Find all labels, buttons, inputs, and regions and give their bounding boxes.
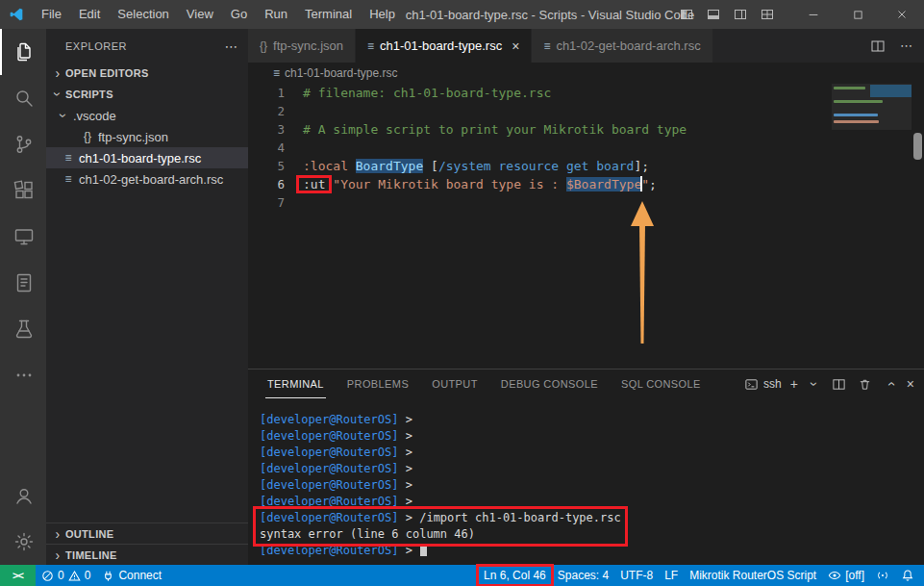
code-line-6[interactable]: 6:ut "Your Mikrotik board type is : $Boa… [248, 175, 828, 193]
terminal-prompt-separator: > [399, 446, 420, 459]
tree-item-label: ftp-sync.json [98, 130, 168, 144]
menu-help[interactable]: Help [361, 0, 404, 29]
panel-tab-debug-console[interactable]: DEBUG CONSOLE [499, 369, 600, 398]
sidebar-title: EXPLORER [65, 40, 127, 52]
minimize-button[interactable] [791, 0, 836, 29]
activity-source-control[interactable] [0, 121, 46, 167]
bell-icon [901, 569, 914, 582]
chevron-down-icon: › [56, 108, 71, 123]
terminal-prompt: [developer@RouterOS] [260, 511, 399, 524]
close-window-button[interactable] [880, 0, 924, 29]
line-number: 4 [248, 139, 285, 157]
panel-tab-output[interactable]: OUTPUT [430, 369, 480, 398]
status-connect[interactable]: Connect [96, 565, 167, 586]
activity-account[interactable] [0, 472, 46, 519]
menu-go[interactable]: Go [222, 0, 256, 29]
activity-testing[interactable] [0, 306, 46, 352]
new-terminal-icon[interactable]: + [790, 377, 798, 391]
code-editor[interactable]: 1# filename: ch1-01-board-type.rsc23# A … [248, 84, 828, 212]
outline-header[interactable]: › OUTLINE [46, 522, 248, 544]
line-number: 6 [248, 175, 285, 193]
open-editors-label: OPEN EDITORS [65, 67, 149, 79]
menu-edit[interactable]: Edit [70, 0, 109, 29]
customize-layout-icon[interactable] [759, 6, 776, 23]
terminal-line: [developer@RouterOS] > /import ch1-01-bo… [260, 510, 621, 526]
maximize-button[interactable] [836, 0, 880, 29]
terminal-prompt-separator: > [399, 511, 420, 524]
status-language[interactable]: Mikrotik RouterOS Script [684, 565, 822, 586]
activity-more[interactable] [0, 352, 46, 398]
status-broadcast[interactable] [870, 565, 895, 586]
editor-scrollbar[interactable] [913, 133, 922, 160]
close-panel-icon[interactable]: × [907, 377, 914, 391]
minimap-line [834, 120, 879, 123]
panel-tab-sql-console[interactable]: SQL CONSOLE [619, 369, 703, 398]
split-editor-icon[interactable] [869, 38, 887, 55]
toggle-secondary-sidebar-icon[interactable] [732, 6, 749, 23]
activity-extensions[interactable] [0, 167, 46, 214]
kill-terminal-icon[interactable] [857, 375, 874, 393]
tree-item-vscode[interactable]: ›.vscode [46, 105, 248, 126]
code-line-4[interactable]: 4 [248, 139, 828, 157]
status-encoding[interactable]: UTF-8 [614, 565, 659, 586]
status-eol[interactable]: LF [659, 565, 684, 586]
activity-search[interactable] [0, 75, 46, 121]
tab-label: ftp-sync.json [273, 38, 343, 53]
editor-tab-bar: {}ftp-sync.json≡ch1-01-board-type.rsc×≡c… [248, 29, 924, 63]
tab-ch1-01-board-type-rsc[interactable]: ≡ch1-01-board-type.rsc× [356, 29, 532, 63]
panel-tab-problems[interactable]: PROBLEMS [345, 369, 411, 398]
code-line-1[interactable]: 1# filename: ch1-01-board-type.rsc [248, 84, 828, 102]
code-line-3[interactable]: 3# A simple script to print your Mikroti… [248, 120, 828, 139]
menu-file[interactable]: File [33, 0, 70, 29]
terminal-line: [developer@RouterOS] > [260, 494, 419, 510]
menu-terminal[interactable]: Terminal [296, 0, 361, 29]
code-line-7[interactable]: 7 [248, 193, 828, 212]
status-line-col[interactable]: Ln 6, Col 46 [478, 565, 552, 586]
activity-explorer[interactable] [0, 29, 46, 75]
close-icon[interactable]: × [512, 38, 519, 54]
activity-notebook[interactable] [0, 260, 46, 306]
tree-item-ftp-sync-json[interactable]: {}ftp-sync.json [46, 126, 248, 147]
views-more-actions-icon[interactable]: ⋯ [225, 38, 239, 54]
activity-settings[interactable] [0, 519, 46, 565]
panel-tab-terminal[interactable]: TERMINAL [265, 369, 326, 398]
code-line-2[interactable]: 2 [248, 102, 828, 120]
status-problems[interactable]: 0 0 [36, 565, 96, 586]
code-token: ; [649, 177, 657, 191]
minimap[interactable] [832, 84, 912, 247]
toggle-panel-icon[interactable] [705, 6, 722, 23]
file-icon: ≡ [367, 39, 374, 53]
activity-remote-explorer[interactable] [0, 214, 46, 260]
tree-item-ch1-01-board-type-rsc[interactable]: ≡ch1-01-board-type.rsc [46, 147, 248, 168]
scripts-section-label: SCRIPTS [65, 89, 113, 100]
terminal-profile[interactable]: ssh [744, 377, 782, 392]
activity-bar [0, 29, 46, 565]
terminal-dropdown-icon[interactable]: › [808, 376, 821, 392]
split-terminal-icon[interactable] [831, 375, 848, 393]
remote-indicator[interactable]: >< [0, 565, 36, 586]
maximize-panel-icon[interactable]: › [884, 376, 897, 392]
editor-more-actions-icon[interactable]: ⋯ [900, 38, 912, 53]
menu-view[interactable]: View [178, 0, 222, 29]
timeline-header[interactable]: › TIMELINE [46, 544, 248, 565]
breadcrumb-file: ch1-01-board-type.rsc [285, 66, 397, 80]
breadcrumb[interactable]: ≡ ch1-01-board-type.rsc [248, 63, 924, 84]
menu-bar: FileEditSelectionViewGoRunTerminalHelp [33, 0, 404, 29]
tab-ch1-02-get-board-arch-rsc[interactable]: ≡ch1-02-get-board-arch.rsc [532, 29, 712, 63]
status-notifications[interactable] [895, 565, 920, 586]
open-editors-header[interactable]: › OPEN EDITORS [46, 63, 248, 84]
code-token: "Your Mikrotik board type is : [333, 177, 566, 191]
code-line-5[interactable]: 5:local BoardType [/system resource get … [248, 157, 828, 175]
tab-ftp-sync-json[interactable]: {}ftp-sync.json [248, 29, 356, 63]
terminal-prompt-separator: > [399, 478, 420, 492]
status-preview[interactable]: [off] [822, 565, 870, 586]
tree-item-ch1-02-get-board-arch-rsc[interactable]: ≡ch1-02-get-board-arch.rsc [46, 168, 248, 190]
status-indentation[interactable]: Spaces: 4 [552, 565, 614, 586]
terminal-prompt-separator: > [399, 413, 420, 426]
gear-icon [12, 530, 36, 553]
menu-run[interactable]: Run [256, 0, 296, 29]
menu-selection[interactable]: Selection [109, 0, 177, 29]
scripts-section-header[interactable]: › SCRIPTS [46, 84, 248, 105]
tree-item-label: .vscode [73, 109, 116, 123]
terminal[interactable]: [developer@RouterOS] > [developer@Router… [248, 398, 924, 565]
